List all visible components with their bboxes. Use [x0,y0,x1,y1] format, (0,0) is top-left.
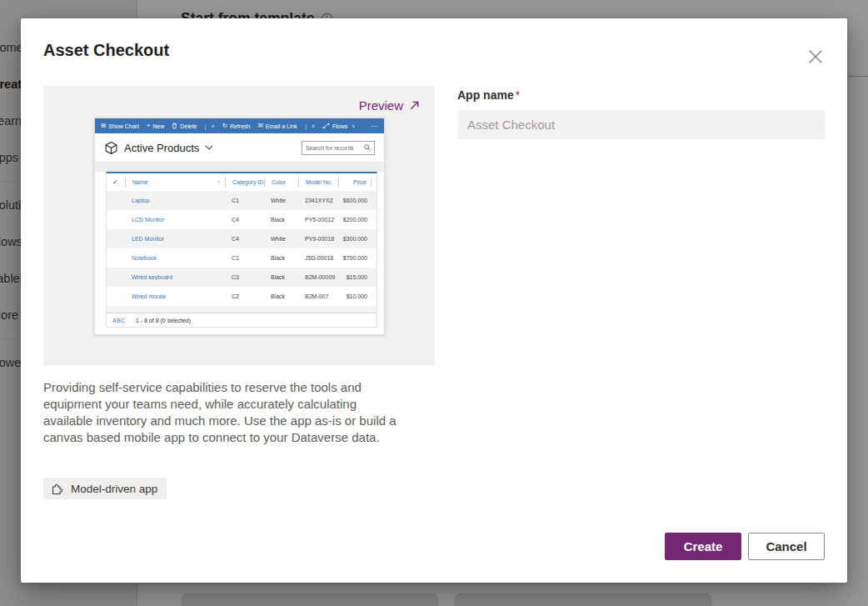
preview-toolbar-show-chart: ⊞Show Chart [101,123,139,129]
record-count-status: 1 - 8 of 8 (0 selected) [136,318,191,323]
grid-cell: C1 [225,255,264,261]
grid-cell: LED Monitor [125,236,225,242]
open-preview-arrow-icon [409,100,420,111]
grid-cell: Laptop [125,198,225,203]
grid-col-color: Color [264,178,298,188]
dialog-title: Asset Checkout [43,41,169,60]
preview-header-gap [95,162,384,172]
app-name-input[interactable] [457,110,825,139]
grid-cell: $15.000 [338,274,372,280]
mail-icon: ✉ [257,123,262,129]
grid-cell: B2M-00009 [298,274,338,280]
search-records-box: Search for records [302,141,375,155]
preview-toolbar-flows: Flows∨ [322,123,355,129]
app-type-badge-label: Model-driven app [71,483,157,495]
grid-col-price: Price [338,178,372,188]
template-description: Providing self-service capabilities to r… [43,379,408,446]
preview-command-bar: ⊞Show Chart+NewDelete|∨↻Refresh✉Email a … [95,118,384,133]
grid-cell: LCD Monitor [125,217,225,223]
app-type-badge: Model-driven app [43,478,167,499]
grid-cell: $300.000 [338,236,372,242]
grid-row: LED MonitorC4WhitePY9-00018$300.000 [107,229,377,248]
preview-toolbar-delete: Delete [172,123,197,129]
grid-row: LaptopC1White2341XYXZ$600.000 [107,191,377,210]
grid-cell: C1 [225,198,264,203]
preview-view-header: Active Products Search for records [95,133,384,162]
trash-icon [172,123,177,129]
preview-link[interactable]: Preview [359,98,420,113]
grid-cell: C3 [225,274,264,280]
chevron-down-icon: ∨ [352,123,355,128]
required-asterisk: * [516,88,520,102]
grid-cell: C2 [225,293,264,299]
jump-bar-abc: ABC [112,318,126,323]
grid-cell: PY5-00012 [298,217,338,223]
grid-cell: B2M-007 [298,293,338,299]
grid-col-model-no-: Model No. [298,178,338,188]
preview-data-grid: ✓Name↑Category IDColorModel No.Price Lap… [106,172,377,328]
grid-col-name: Name↑ [125,178,225,188]
grid-row: Wired keyboardC3BlackB2M-00009$15.000 [107,268,377,287]
chevron-down-icon [205,145,213,150]
app-preview-image: ⊞Show Chart+NewDelete|∨↻Refresh✉Email a … [94,118,385,335]
grid-row: Wired mouseC2BlackB2M-007$10.000 [107,287,377,306]
plus-icon: + [147,123,150,129]
screen: HomeCreateLearnAppsSolutionsFlowsTablesM… [0,0,868,606]
grid-cell: 2341XYXZ [298,198,338,203]
create-button[interactable]: Create [665,533,741,560]
grid-cell: Black [264,255,298,261]
view-title: Active Products [124,142,199,154]
search-icon [364,144,371,151]
split-chevron-icon: |∨ [205,123,215,130]
grid-cell: $600.000 [338,198,372,203]
preview-toolbar-email-a-link: ✉Email a Link [257,123,297,129]
grid-row: NotebookC1BlackJ5D-00018$700.000 [107,248,377,268]
search-placeholder: Search for records [306,145,364,151]
grid-cell: PY9-00018 [298,236,338,242]
grid-cell: $10.000 [338,293,372,299]
grid-rows: LaptopC1White2341XYXZ$600.000LCD Monitor… [107,191,377,313]
grid-cell: C4 [225,236,264,242]
grid-cell: Wired mouse [125,293,225,299]
grid-row: LCD MonitorC4BlackPY5-00012$200.000 [107,210,377,229]
puzzle-icon [51,482,64,495]
grid-cell: Black [264,293,298,299]
preview-toolbar-refresh: ↻Refresh [222,123,251,129]
cube-icon [104,141,118,155]
preview-panel: Preview ⊞Show Chart+NewDelete|∨↻Refresh✉… [43,86,435,365]
grid-cell: Black [264,217,298,223]
grid-cell: White [264,198,298,203]
flow-icon [322,123,330,129]
cancel-button[interactable]: Cancel [748,533,825,560]
grid-cell: Notebook [125,255,225,261]
preview-link-label: Preview [359,98,403,113]
chart-grid-icon: ⊞ [101,123,106,129]
dialog-actions: Create Cancel [665,533,825,560]
app-name-label: App name* [457,88,520,102]
grid-cell: $200.000 [338,217,372,223]
preview-toolbar-new: +New [147,123,164,129]
asset-checkout-dialog: Asset Checkout Preview ⊞Show Cha [21,18,847,583]
grid-cell: C4 [225,217,264,223]
grid-cell: Wired keyboard [125,274,225,280]
grid-footer: ABC 1 - 8 of 8 (0 selected) [107,313,377,327]
grid-row: Wireless keyboardC3WhitePY5-00018$50.000 [107,306,377,313]
close-button[interactable] [806,47,826,67]
close-icon [808,49,823,64]
sort-ascending-icon: ↑ [218,179,222,185]
grid-header-row: ✓Name↑Category IDColorModel No.Price [107,173,377,191]
grid-cell: J5D-00018 [298,255,338,261]
overflow-ellipsis-icon: ⋯ [371,123,378,130]
grid-col-category-id: Category ID [225,178,264,188]
split-chevron-icon: |∨ [305,123,315,130]
grid-cell: $700.000 [338,255,372,261]
grid-cell: White [264,236,298,242]
select-all-check-icon: ✓ [107,178,125,188]
grid-cell: Black [264,274,298,280]
refresh-icon: ↻ [222,123,227,129]
